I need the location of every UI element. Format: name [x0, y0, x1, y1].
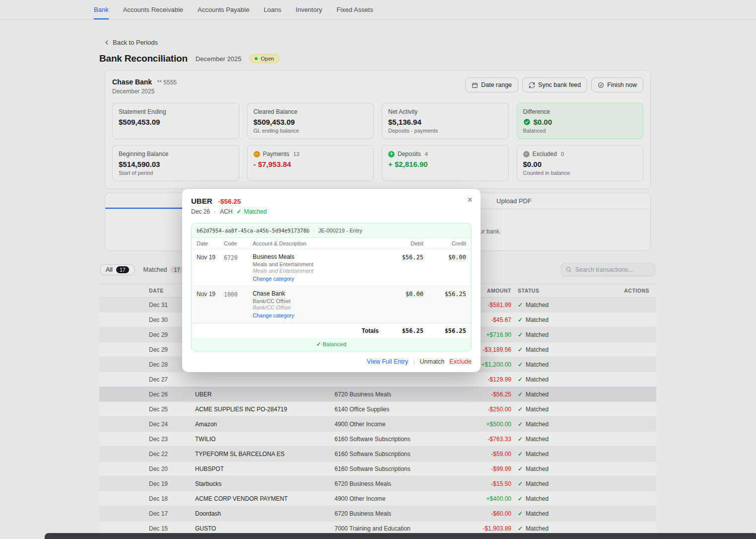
modal-method: ACH: [220, 208, 232, 215]
modal-footer: View Full Entry | Unmatch Exclude: [191, 358, 472, 365]
journal-entry-table-header: Date Code Account & Description Debit Cr…: [192, 238, 471, 249]
account-sub: Meals and Entertainment: [253, 261, 379, 267]
journal-entry-id: b62d7954-aa8f-45ca-a45b-5d94e917378b: [197, 228, 310, 233]
account-detail: Bank/CC Offset: [253, 305, 379, 310]
journal-entry-line: Nov 19 1000 Chase Bank Bank/CC Offset Ba…: [192, 286, 471, 323]
change-category-link[interactable]: Change category: [253, 276, 379, 282]
modal-title-row: UBER -$56.25: [191, 197, 472, 205]
account-sub: Bank/CC Offset: [253, 298, 379, 304]
je-header-date: Date: [197, 240, 224, 246]
close-icon[interactable]: ×: [467, 195, 473, 205]
account-name: Business Meals: [253, 253, 379, 260]
journal-entry-totals: Totals $56.25 $56.25: [192, 323, 471, 338]
journal-entry-box: b62d7954-aa8f-45ca-a45b-5d94e917378b · J…: [191, 223, 472, 351]
change-category-link[interactable]: Change category: [253, 312, 379, 318]
je-header-code: Code: [224, 240, 253, 246]
account-detail: Meals and Entertainment: [253, 268, 379, 274]
modal-status-label: Matched: [244, 208, 267, 215]
account-code: 1000: [224, 290, 253, 298]
line-credit: $0.00: [423, 253, 466, 261]
journal-entry-table: Date Code Account & Description Debit Cr…: [192, 237, 471, 338]
account-code: 6720: [224, 253, 253, 261]
balanced-check-icon: ✓: [316, 341, 321, 347]
subtitle-dash: -: [214, 208, 216, 215]
journal-entry-ref: JE-000219 - Entry: [318, 228, 362, 233]
modal-matched-status: ✓ Matched: [236, 208, 267, 215]
je-header-credit: Credit: [423, 240, 466, 246]
modal-subtitle: Dec 26 - ACH ✓ Matched: [191, 208, 472, 215]
view-full-entry-link[interactable]: View Full Entry: [367, 358, 408, 365]
journal-entry-id-row: b62d7954-aa8f-45ca-a45b-5d94e917378b · J…: [192, 224, 471, 237]
line-debit: $0.00: [379, 290, 423, 298]
balanced-indicator: ✓ Balanced: [192, 338, 471, 351]
je-header-account: Account & Description: [253, 240, 379, 246]
totals-debit: $56.25: [379, 327, 423, 334]
id-separator-dot: ·: [313, 228, 315, 233]
matched-check-icon: ✓: [236, 208, 241, 215]
journal-entry-line: Nov 19 6720 Business Meals Meals and Ent…: [192, 249, 471, 286]
unmatch-button[interactable]: Unmatch: [419, 358, 444, 365]
totals-credit: $56.25: [423, 327, 466, 334]
exclude-button[interactable]: Exclude: [450, 358, 472, 365]
je-header-debit: Debit: [379, 240, 423, 246]
modal-date: Dec 26: [191, 208, 210, 215]
totals-label: Totals: [253, 327, 379, 334]
line-credit: $56.25: [423, 290, 466, 298]
modal-amount: -$56.25: [218, 198, 241, 205]
modal-vendor: UBER: [191, 197, 212, 205]
footer-separator: |: [413, 358, 414, 365]
balanced-label: Balanced: [323, 341, 346, 347]
account-name: Chase Bank: [253, 290, 379, 297]
transaction-detail-modal: × UBER -$56.25 Dec 26 - ACH ✓ Matched b6…: [182, 189, 481, 372]
line-debit: $56.25: [379, 253, 423, 261]
